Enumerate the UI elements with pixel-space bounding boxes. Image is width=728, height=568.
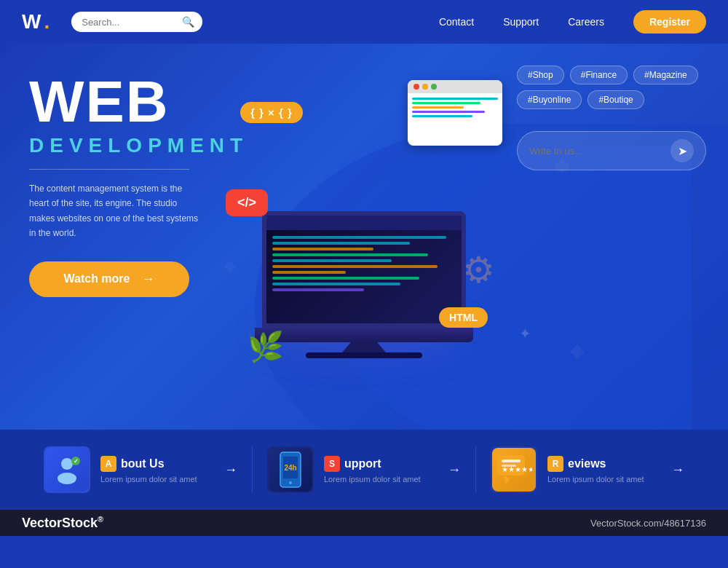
arrow-right-icon: → — [141, 272, 154, 287]
window-close-dot — [414, 84, 419, 90]
tags-row-1: #Shop #Finance #Magazine — [517, 66, 706, 84]
popup-line-2 — [412, 102, 480, 104]
hero-title-dev: DEVELOPMENT — [29, 134, 248, 157]
support-icon: 24h — [267, 446, 314, 493]
reviews-text: R eviews Lorem ipsum dolor sit amet — [547, 456, 654, 484]
code-line — [272, 283, 400, 285]
popup-body — [408, 93, 502, 122]
plant-icon: 🌿 — [248, 330, 284, 364]
about-subtitle: Lorem ipsum dolor sit amet — [100, 475, 207, 484]
write-box: ➤ — [517, 131, 706, 170]
hero-title-web: WEB — [29, 73, 248, 131]
about-text: A bout Us Lorem ipsum dolor sit amet — [100, 456, 207, 484]
header: W . 🔍 Contact Support Careers Register — [0, 0, 728, 44]
code-line — [272, 288, 364, 291]
bottom-item-support: 24h S upport Lorem ipsum dolor sit amet … — [253, 446, 476, 493]
popup-line-3 — [412, 106, 464, 109]
slash-badge: </> — [226, 189, 268, 216]
watermark-brand: VectorStock® — [22, 515, 103, 531]
search-bar[interactable]: 🔍 — [71, 12, 202, 32]
support-arrow[interactable]: → — [448, 462, 461, 478]
support-subtitle: Lorem ipsum dolor sit amet — [324, 475, 430, 484]
bottom-section: ✓ A bout Us Lorem ipsum dolor sit amet →… — [0, 430, 728, 510]
nav-careers[interactable]: Careers — [568, 16, 604, 28]
code-line — [272, 248, 373, 251]
bottom-item-about: ✓ A bout Us Lorem ipsum dolor sit amet → — [29, 446, 253, 493]
tag-magazine[interactable]: #Magazine — [633, 66, 698, 84]
about-arrow[interactable]: → — [224, 462, 237, 478]
code-lines — [266, 216, 462, 297]
code-line — [272, 271, 346, 274]
reg-mark: ® — [98, 515, 103, 524]
hero-right: #Shop #Finance #Magazine #Buyonline #Bou… — [517, 66, 706, 170]
phone-card: 24h — [269, 448, 312, 492]
html-badge: HTML — [439, 307, 488, 328]
reviews-subtitle: Lorem ipsum dolor sit amet — [547, 475, 654, 484]
about-icon: ✓ — [44, 446, 90, 493]
person-card: ✓ — [45, 448, 89, 492]
svg-point-1 — [58, 473, 76, 484]
popup-line-5 — [412, 115, 472, 117]
reviews-arrow[interactable]: → — [671, 462, 684, 478]
deco-plus-2: ✦ — [519, 325, 531, 342]
svg-point-0 — [61, 458, 73, 470]
reviews-title-text: eviews — [568, 457, 606, 470]
search-input[interactable] — [82, 17, 176, 28]
tag-shop[interactable]: #Shop — [517, 66, 564, 84]
code-line — [272, 242, 410, 245]
send-button[interactable]: ➤ — [670, 139, 694, 162]
tag-finance[interactable]: #Finance — [570, 66, 628, 84]
reviews-icon: ★★★★★ — [491, 446, 537, 493]
about-title: A bout Us — [100, 456, 207, 472]
laptop — [255, 211, 473, 350]
svg-text:24h: 24h — [284, 464, 296, 472]
tags-row-2: #Buyonline #Boutiqe — [517, 90, 706, 109]
about-title-text: bout Us — [121, 457, 165, 470]
tag-boutiqe[interactable]: #Boutiqe — [587, 90, 644, 109]
reviews-card: ★★★★★ — [492, 448, 536, 492]
reviews-title: R eviews — [547, 456, 654, 472]
laptop-stand — [342, 342, 386, 352]
popup-window — [408, 80, 502, 146]
gear-icon: ⚙ — [462, 249, 495, 291]
brand-name: VectorStock — [22, 516, 98, 530]
code-line — [272, 253, 428, 256]
code-line — [272, 236, 446, 239]
tag-buyonline[interactable]: #Buyonline — [517, 90, 582, 109]
logo-dot: . — [44, 10, 50, 33]
code-line — [272, 265, 438, 268]
hero-left: WEB DEVELOPMENT The content management s… — [29, 73, 248, 297]
svg-text:★★★★★: ★★★★★ — [502, 465, 532, 473]
laptop-screen — [262, 211, 466, 328]
support-title: S upport — [324, 456, 430, 472]
code-badge: { } × { } — [240, 102, 303, 123]
reviews-letter: R — [547, 456, 563, 472]
nav-contact[interactable]: Contact — [439, 16, 474, 28]
code-line — [272, 259, 392, 262]
write-input[interactable] — [529, 146, 665, 157]
code-line — [272, 277, 419, 280]
watch-more-button[interactable]: Watch more → — [29, 261, 189, 297]
laptop-foot — [306, 352, 422, 358]
hero-section: ✦ ✦ WEB DEVELOPMENT The content manageme… — [0, 44, 728, 430]
nav-support[interactable]: Support — [503, 16, 539, 28]
svg-text:✓: ✓ — [74, 458, 79, 465]
watermark-url: VectorStock.com/48617136 — [590, 518, 706, 529]
popup-line-1 — [412, 98, 498, 100]
person-svg: ✓ — [52, 455, 82, 484]
laptop-keyboard — [255, 328, 473, 342]
svg-point-7 — [289, 481, 292, 484]
window-minimize-dot — [422, 84, 428, 90]
support-letter: S — [324, 456, 340, 472]
search-icon: 🔍 — [182, 16, 194, 28]
logo-letter: W — [22, 12, 41, 32]
register-button[interactable]: Register — [633, 10, 706, 33]
popup-line-4 — [412, 111, 485, 113]
popup-titlebar — [408, 80, 502, 93]
support-text: S upport Lorem ipsum dolor sit amet — [324, 456, 430, 484]
nav-links: Contact Support Careers Register — [439, 10, 706, 33]
reviews-svg: ★★★★★ — [496, 454, 532, 486]
watch-more-label: Watch more — [64, 272, 130, 285]
hero-description: The content management system is the hea… — [29, 181, 204, 241]
svg-rect-9 — [502, 459, 521, 462]
